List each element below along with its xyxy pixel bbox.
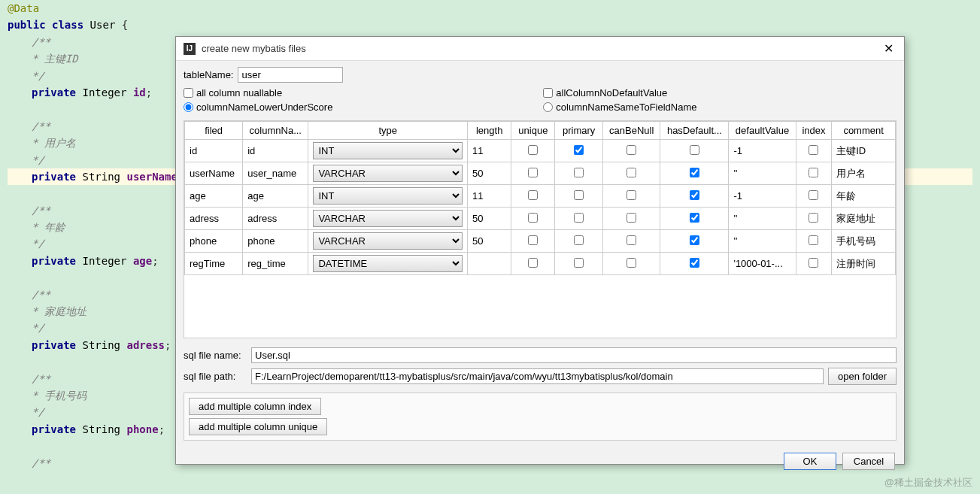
cell-length: 50: [468, 162, 511, 185]
type-select[interactable]: VARCHAR: [313, 210, 463, 227]
type-select[interactable]: INT: [313, 187, 463, 205]
cell-checkbox[interactable]: [574, 213, 584, 223]
col-header[interactable]: filed: [185, 122, 243, 140]
cell-length: [468, 253, 511, 275]
cell-field: id: [185, 140, 243, 162]
col-header[interactable]: columnNa...: [243, 122, 308, 140]
cell-checkbox[interactable]: [809, 258, 818, 268]
col-header[interactable]: index: [796, 122, 832, 140]
cancel-button[interactable]: Cancel: [842, 453, 895, 470]
cell-type: VARCHAR: [308, 208, 468, 230]
cell-checkbox[interactable]: [574, 235, 584, 245]
col-header[interactable]: unique: [511, 122, 555, 140]
table-row[interactable]: age age INT 11 -1 年龄: [185, 185, 896, 208]
cell-checkbox[interactable]: [809, 168, 818, 177]
tablename-input[interactable]: [238, 67, 343, 83]
sqlfilename-label: sql file name:: [184, 350, 247, 361]
sqlfilename-input[interactable]: [251, 347, 897, 363]
cell-comment: 主键ID: [832, 140, 896, 162]
col-header[interactable]: primary: [555, 122, 602, 140]
cell-checkbox[interactable]: [627, 190, 636, 200]
app-icon: IJ: [184, 43, 196, 55]
cell-checkbox[interactable]: [528, 145, 538, 155]
type-select[interactable]: DATETIME: [313, 255, 463, 272]
table-row[interactable]: phone phone VARCHAR 50 '' 手机号码: [185, 230, 896, 253]
cell-length: 50: [468, 208, 511, 230]
cell-comment: 家庭地址: [832, 208, 896, 230]
cell-checkbox[interactable]: [809, 190, 818, 200]
type-select[interactable]: VARCHAR: [313, 165, 463, 182]
open-folder-button[interactable]: open folder: [828, 368, 897, 385]
cell-checkbox[interactable]: [627, 235, 636, 245]
col-header[interactable]: hasDefault...: [660, 122, 729, 140]
cell-column: age: [243, 185, 308, 208]
watermark: @稀土掘金技术社区: [884, 476, 972, 489]
cell-checkbox[interactable]: [627, 213, 636, 223]
col-header[interactable]: defaultValue: [729, 122, 796, 140]
cell-length: 11: [468, 140, 511, 162]
cell-comment: 注册时间: [832, 253, 896, 275]
cell-checkbox[interactable]: [690, 258, 699, 268]
cell-checkbox[interactable]: [690, 235, 699, 245]
columns-table: filedcolumnNa...typelengthuniqueprimaryc…: [184, 120, 897, 338]
cell-column: phone: [243, 230, 308, 253]
table-row[interactable]: adress adress VARCHAR 50 '' 家庭地址: [185, 208, 896, 230]
cell-checkbox[interactable]: [809, 145, 818, 155]
table-row[interactable]: userName user_name VARCHAR 50 '' 用户名: [185, 162, 896, 185]
add-index-button[interactable]: add multiple column index: [189, 398, 321, 415]
cell-default: -1: [729, 140, 796, 162]
close-icon[interactable]: ✕: [881, 41, 897, 56]
cell-checkbox[interactable]: [690, 168, 699, 177]
ok-button[interactable]: OK: [784, 453, 836, 470]
table-row[interactable]: regTime reg_time DATETIME '1000-01-... 注…: [185, 253, 896, 275]
sqlfilepath-input[interactable]: [251, 368, 824, 384]
titlebar: IJ create new mybatis files ✕: [176, 37, 904, 61]
add-unique-button[interactable]: add multiple column unique: [189, 418, 327, 435]
cell-checkbox[interactable]: [627, 168, 636, 177]
cell-checkbox[interactable]: [690, 213, 699, 223]
sqlfilepath-label: sql file path:: [184, 371, 247, 382]
no-default-checkbox[interactable]: [543, 88, 553, 98]
cell-checkbox[interactable]: [574, 258, 584, 268]
cell-type: INT: [308, 185, 468, 208]
cell-field: regTime: [185, 253, 243, 275]
cell-type: INT: [308, 140, 468, 162]
all-nullable-checkbox[interactable]: [184, 88, 193, 98]
type-select[interactable]: VARCHAR: [313, 232, 463, 250]
same-field-radio[interactable]: [543, 102, 553, 112]
cell-checkbox[interactable]: [809, 213, 818, 223]
tablename-label: tableName:: [184, 69, 233, 80]
col-header[interactable]: length: [468, 122, 511, 140]
cell-checkbox[interactable]: [528, 235, 538, 245]
col-header[interactable]: type: [308, 122, 468, 140]
cell-checkbox[interactable]: [574, 190, 584, 200]
cell-comment: 手机号码: [832, 230, 896, 253]
cell-column: user_name: [243, 162, 308, 185]
cell-type: DATETIME: [308, 253, 468, 275]
index-box: add multiple column index add multiple c…: [184, 392, 897, 441]
cell-default: '': [729, 162, 796, 185]
same-field-label: columnNameSameToFieldName: [556, 102, 696, 113]
cell-checkbox[interactable]: [627, 258, 636, 268]
col-header[interactable]: canBeNull: [602, 122, 660, 140]
cell-checkbox[interactable]: [690, 145, 699, 155]
cell-checkbox[interactable]: [528, 258, 538, 268]
mybatis-dialog: IJ create new mybatis files ✕ tableName:…: [175, 36, 905, 465]
cell-checkbox[interactable]: [528, 213, 538, 223]
cell-column: reg_time: [243, 253, 308, 275]
type-select[interactable]: INT: [313, 142, 463, 159]
cell-checkbox[interactable]: [528, 190, 538, 200]
cell-column: adress: [243, 208, 308, 230]
cell-type: VARCHAR: [308, 230, 468, 253]
cell-checkbox[interactable]: [809, 235, 818, 245]
cell-checkbox[interactable]: [690, 190, 699, 200]
cell-checkbox[interactable]: [574, 145, 584, 155]
cell-length: 11: [468, 185, 511, 208]
cell-checkbox[interactable]: [528, 168, 538, 177]
cell-checkbox[interactable]: [627, 145, 636, 155]
col-header[interactable]: comment: [832, 122, 896, 140]
lower-under-radio[interactable]: [184, 102, 193, 112]
table-row[interactable]: id id INT 11 -1 主键ID: [185, 140, 896, 162]
cell-checkbox[interactable]: [574, 168, 584, 177]
no-default-label: allColumnNoDefaultValue: [556, 87, 667, 98]
